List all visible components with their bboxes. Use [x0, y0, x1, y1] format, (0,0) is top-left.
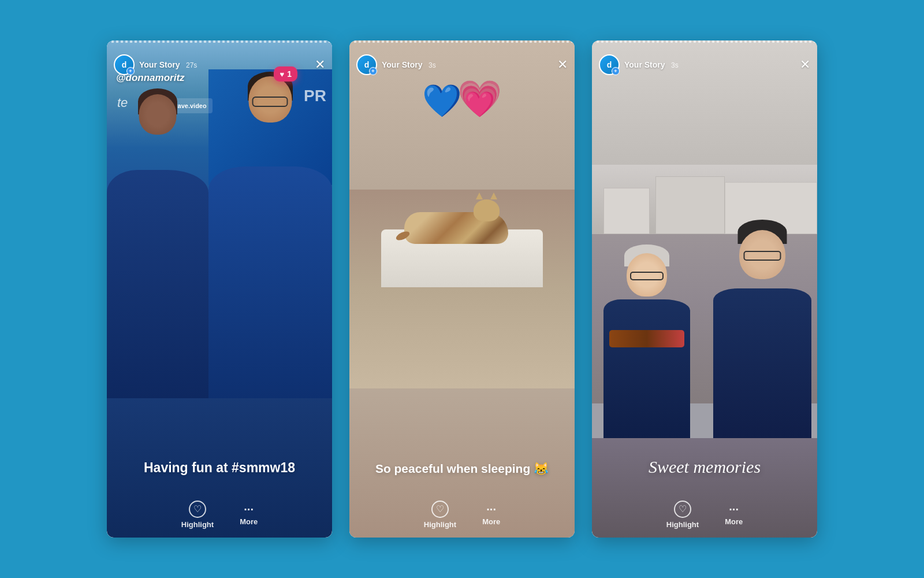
story-progress-bar-1 — [107, 40, 332, 43]
person-right-3 — [713, 230, 811, 438]
person2-glasses — [252, 97, 288, 107]
person2-head — [248, 76, 292, 123]
close-button-1[interactable]: ✕ — [315, 58, 325, 71]
avatar-3: d + — [599, 54, 620, 75]
person-left-glasses — [630, 272, 664, 280]
story-3-username: Your Story — [624, 60, 665, 69]
person-left — [107, 94, 208, 398]
story-2-user-info: Your Story 3s — [382, 60, 557, 70]
bed — [381, 229, 543, 287]
story-3-actions: ♡ Highlight ··· More — [592, 491, 817, 538]
avatar-logo-text-2: d — [364, 60, 370, 69]
person-left-body — [603, 299, 690, 438]
highlight-label-2: Highlight — [424, 520, 456, 529]
highlight-button-1[interactable]: ♡ Highlight — [181, 501, 214, 529]
highlight-label-1: Highlight — [181, 520, 214, 529]
more-button-2[interactable]: ··· More — [482, 503, 500, 526]
cat-body — [404, 212, 508, 244]
hearts-sticker: 💙 💗 — [422, 81, 502, 117]
story-3-mid — [592, 165, 817, 438]
person-right-body — [713, 288, 811, 438]
story-2-header: d + Your Story 3s ✕ — [349, 51, 575, 79]
heart-outline-icon: ♡ — [193, 503, 202, 514]
heart-pink-icon: 💗 — [457, 81, 502, 117]
building-1 — [603, 188, 650, 234]
story-3-caption: Sweet memories — [603, 457, 806, 477]
story-3-header: d + Your Story 3s ✕ — [592, 51, 817, 79]
stories-container: PR wave.video te @donnamoritz ♥ — [0, 17, 924, 561]
story-progress-bar-3 — [592, 40, 817, 43]
story-1-username: Your Story — [139, 60, 180, 69]
story-1-header: d + Your Story 27s ✕ — [107, 51, 332, 79]
highlight-icon-1: ♡ — [189, 501, 206, 518]
avatar-1: d + — [114, 54, 135, 75]
more-dots-icon-3: ··· — [729, 503, 739, 515]
story-card-3: Sweet memories ♡ Highlight ··· More — [592, 40, 817, 538]
person-right-head — [739, 230, 785, 279]
more-label-3: More — [725, 517, 743, 526]
story-2-username: Your Story — [382, 60, 423, 69]
cat-head — [474, 199, 500, 221]
story-2-actions: ♡ Highlight ··· More — [349, 491, 575, 538]
story-3-user-info: Your Story 3s — [624, 60, 800, 70]
story-2-caption: So peaceful when sleeping 😹 — [361, 460, 563, 477]
avatar-logo-text: d — [122, 60, 127, 69]
person-right-glasses — [744, 251, 781, 261]
person2-body — [208, 166, 333, 398]
avatar-2: d + — [356, 54, 377, 75]
story-1-background: PR wave.video te @donnamoritz ♥ — [107, 40, 332, 538]
story-2-caption-area: So peaceful when sleeping 😹 — [349, 449, 575, 488]
conference-photo: PR wave.video te @donnamoritz ♥ — [107, 40, 332, 398]
close-button-3[interactable]: ✕ — [800, 58, 810, 71]
heart-outline-icon-2: ♡ — [436, 503, 444, 514]
more-button-3[interactable]: ··· More — [725, 503, 743, 526]
story-1-caption: Having fun at #smmw18 — [118, 460, 321, 477]
close-button-2[interactable]: ✕ — [557, 58, 568, 71]
story-card-1: PR wave.video te @donnamoritz ♥ — [107, 40, 332, 538]
story-1-caption-area: Having fun at #smmw18 — [107, 448, 332, 488]
person-left-head — [627, 253, 667, 297]
cat-ear-right — [490, 192, 497, 199]
cat-sleeping-area — [381, 229, 543, 287]
highlight-icon-2: ♡ — [431, 501, 449, 518]
cat-tail — [395, 229, 411, 242]
avatar-plus-icon-3: + — [612, 67, 620, 75]
avatar-plus-icon: + — [126, 67, 135, 75]
highlight-label-3: Highlight — [666, 520, 699, 529]
story-2-background: 💙 💗 — [349, 40, 575, 538]
more-button-1[interactable]: ··· More — [240, 503, 258, 526]
highlight-button-3[interactable]: ♡ Highlight — [666, 501, 699, 529]
heart-outline-icon-3: ♡ — [679, 503, 687, 514]
story-3-caption-area: Sweet memories — [592, 446, 817, 488]
more-label-1: More — [240, 517, 258, 526]
story-1-actions: ♡ Highlight ··· More — [107, 491, 332, 538]
person1-body — [107, 170, 208, 398]
city-buildings — [592, 165, 817, 234]
story-1-image: PR wave.video te @donnamoritz ♥ — [107, 40, 332, 398]
avatar-plus-icon-2: + — [369, 67, 377, 75]
more-dots-icon-2: ··· — [486, 503, 496, 515]
person-right — [208, 76, 333, 398]
cat-ear-left — [476, 192, 483, 199]
story-1-time: 27s — [186, 61, 197, 69]
more-dots-icon-1: ··· — [244, 503, 254, 515]
story-2-time: 3s — [429, 61, 436, 69]
highlight-icon-3: ♡ — [674, 501, 691, 518]
person-left-3 — [603, 253, 690, 438]
story-3-time: 3s — [671, 61, 679, 69]
more-label-2: More — [482, 517, 500, 526]
highlight-button-2[interactable]: ♡ Highlight — [424, 501, 456, 529]
story-card-2: 💙 💗 — [349, 40, 575, 538]
heart-blue-icon: 💙 — [422, 85, 462, 117]
person1-head — [139, 94, 176, 135]
story-1-user-info: Your Story 27s — [139, 60, 315, 70]
story-3-background: Sweet memories ♡ Highlight ··· More — [592, 40, 817, 538]
avatar-logo-text-3: d — [607, 60, 612, 69]
story-progress-bar-2 — [349, 40, 575, 43]
building-2 — [655, 176, 725, 234]
person-left-scarf — [609, 330, 684, 347]
cat — [404, 212, 508, 244]
